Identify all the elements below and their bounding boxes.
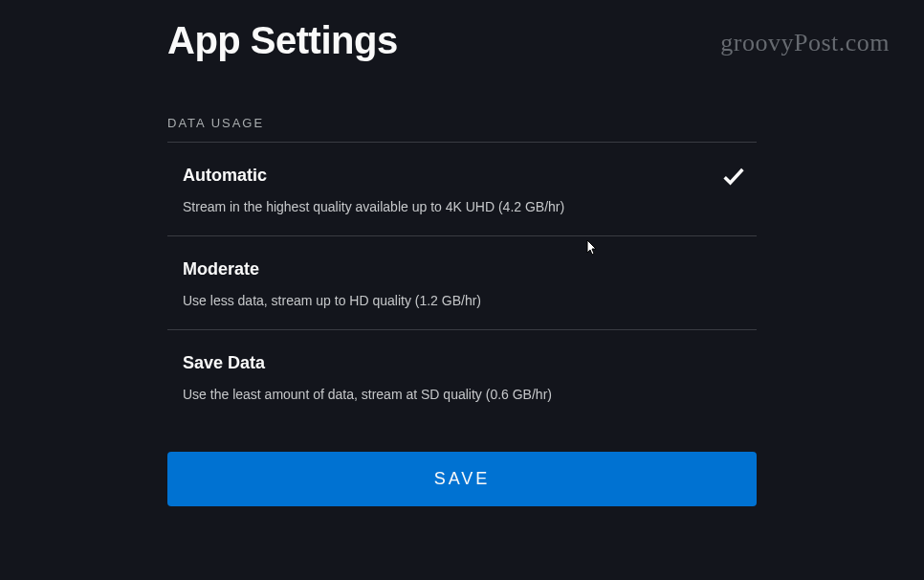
option-automatic[interactable]: Automatic Stream in the highest quality … [167,143,757,236]
option-description: Stream in the highest quality available … [183,199,720,214]
option-save-data[interactable]: Save Data Use the least amount of data, … [167,330,757,423]
page-title: App Settings [167,19,757,62]
section-header-data-usage: DATA USAGE [167,116,757,143]
save-button[interactable]: SAVE [167,452,757,506]
checkmark-icon [720,163,747,190]
option-description: Use less data, stream up to HD quality (… [183,293,757,308]
option-title: Moderate [183,259,757,279]
watermark-text: groovyPost.com [720,29,890,57]
option-title: Automatic [183,166,720,186]
option-description: Use the least amount of data, stream at … [183,387,757,402]
option-moderate[interactable]: Moderate Use less data, stream up to HD … [167,236,757,330]
option-title: Save Data [183,353,757,373]
cursor-pointer-icon [582,238,599,259]
